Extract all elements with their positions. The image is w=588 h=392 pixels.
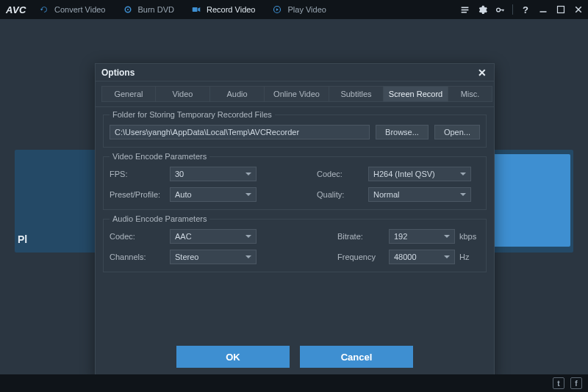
video-encode-group: Video Encode Parameters FPS: 30 Codec: H… [103,152,487,210]
nav-label: Burn DVD [138,5,175,14]
main-nav: Convert Video Burn DVD Record Video Play… [40,5,459,14]
svg-rect-6 [461,11,466,12]
titlebar: AVC Convert Video Burn DVD Record Video … [0,0,588,19]
facebook-icon[interactable]: f [570,377,582,389]
frequency-unit: Hz [455,253,480,261]
svg-rect-2 [193,7,198,12]
nav-record-video[interactable]: Record Video [192,5,255,14]
ok-button[interactable]: OK [176,346,290,368]
svg-rect-9 [502,9,503,10]
svg-rect-5 [461,9,468,10]
backdrop-text: Pl [18,233,27,245]
svg-rect-4 [461,7,468,8]
video-legend: Video Encode Parameters [110,152,209,161]
svg-rect-10 [540,11,547,12]
preset-label: Preset/Profile: [110,190,170,199]
open-button[interactable]: Open... [434,125,480,139]
bitrate-label: Bitrate: [337,232,389,241]
frequency-label: Frequency [337,253,389,261]
nav-label: Convert Video [54,5,106,14]
folder-legend: Folder for Storing Temporary Recorded Fi… [110,110,275,119]
maximize-icon[interactable] [556,4,566,15]
refresh-icon [40,5,49,14]
channels-label: Channels: [110,253,170,261]
audio-legend: Audio Encode Parameters [110,214,209,223]
frequency-select[interactable]: 48000 [389,250,455,264]
channels-select[interactable]: Stereo [170,250,257,264]
twitter-icon[interactable]: t [553,377,564,389]
nav-label: Record Video [207,5,255,14]
minimize-icon[interactable] [538,4,548,15]
nav-convert-video[interactable]: Convert Video [40,5,106,14]
tab-subtitles[interactable]: Subtitles [329,86,384,102]
options-dialog: Options ✕ General Video Audio Online Vid… [95,63,495,379]
svg-point-1 [126,9,128,10]
quality-select[interactable]: Normal [368,187,471,202]
preset-select[interactable]: Auto [170,187,257,202]
audio-codec-select[interactable]: AAC [170,229,257,244]
tab-misc[interactable]: Misc. [448,86,492,102]
nav-label: Play Video [287,5,326,14]
folder-path-input[interactable] [110,125,370,139]
help-icon[interactable]: ? [520,4,531,15]
disc-icon [123,5,132,14]
dialog-content: Folder for Storing Temporary Recorded Fi… [96,107,494,338]
close-icon[interactable]: ✕ [476,67,488,79]
dialog-buttons: OK Cancel [96,338,494,378]
nav-burn-dvd[interactable]: Burn DVD [123,5,175,14]
fps-select[interactable]: 30 [170,167,257,181]
close-icon[interactable] [573,4,584,15]
main-stage: Pl Options ✕ General Video Audio Online … [0,19,588,374]
separator [512,4,513,15]
audio-encode-group: Audio Encode Parameters Codec: AAC Bitra… [103,214,487,272]
bitrate-select[interactable]: 192 [389,229,455,244]
folder-group: Folder for Storing Temporary Recorded Fi… [103,110,487,148]
svg-rect-11 [558,7,564,13]
statusbar: t f [0,374,588,392]
play-icon [273,5,282,14]
audio-codec-label: Codec: [110,232,170,241]
title-actions: ? [459,4,584,15]
tab-online-video[interactable]: Online Video [265,86,329,102]
video-codec-select[interactable]: H264 (Intel QSV) [368,167,471,181]
dialog-header: Options ✕ [96,64,494,81]
camcorder-icon [192,5,201,14]
tab-video[interactable]: Video [156,86,210,102]
gear-icon[interactable] [477,4,487,15]
cancel-button[interactable]: Cancel [300,346,413,368]
key-icon[interactable] [495,4,505,15]
quality-label: Quality: [317,190,368,199]
nav-play-video[interactable]: Play Video [273,5,326,14]
tab-audio[interactable]: Audio [210,86,265,102]
dialog-title: Options [101,68,135,78]
tab-screen-record[interactable]: Screen Record [384,86,448,102]
app-logo: AVC [6,4,26,15]
tab-general[interactable]: General [101,86,156,102]
video-codec-label: Codec: [317,170,368,178]
bitrate-unit: kbps [455,232,480,241]
list-icon[interactable] [459,4,470,15]
fps-label: FPS: [110,170,170,178]
browse-button[interactable]: Browse... [376,125,429,139]
svg-point-7 [496,8,500,12]
dialog-tabs: General Video Audio Online Video Subtitl… [96,81,494,107]
